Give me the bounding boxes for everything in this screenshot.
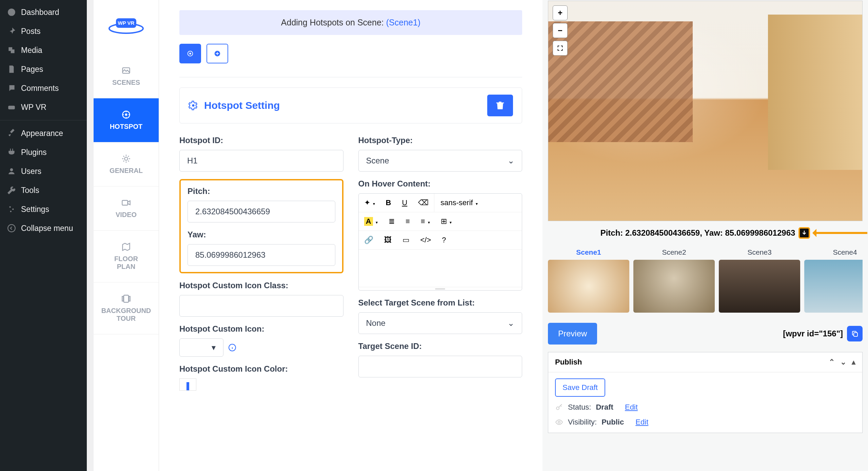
hotspot-id-input[interactable] bbox=[179, 150, 343, 172]
rte-highlight-button[interactable]: A bbox=[359, 212, 383, 231]
pitch-input[interactable] bbox=[188, 201, 335, 222]
thumb-image bbox=[804, 260, 863, 313]
preview-button[interactable]: Preview bbox=[548, 323, 597, 345]
scene-banner: Adding Hotspots on Scene: (Scene1) bbox=[179, 10, 522, 35]
menu-dashboard[interactable]: Dashboard bbox=[0, 3, 87, 22]
menu-comments[interactable]: Comments bbox=[0, 79, 87, 98]
menu-pages[interactable]: Pages bbox=[0, 60, 87, 79]
menu-label: Tools bbox=[21, 186, 39, 195]
menu-label: Plugins bbox=[21, 148, 46, 157]
thumb-image bbox=[719, 260, 800, 313]
tab-label: GENERAL bbox=[110, 167, 143, 175]
menu-collapse[interactable]: Collapse menu bbox=[0, 219, 87, 238]
menu-users[interactable]: Users bbox=[0, 162, 87, 181]
tab-general[interactable]: GENERAL bbox=[94, 142, 159, 187]
menu-wpvr[interactable]: WP VR bbox=[0, 98, 87, 117]
visibility-value: Public bbox=[601, 418, 624, 427]
rte-ol-button[interactable]: ≡ bbox=[400, 212, 415, 231]
hotspot-id-label: Hotspot ID: bbox=[179, 136, 343, 145]
icon-class-input[interactable] bbox=[179, 295, 343, 317]
copy-shortcode-button[interactable] bbox=[847, 326, 863, 341]
wpvr-logo: WP VR bbox=[94, 0, 159, 54]
rte-table-button[interactable]: ⊞ bbox=[435, 212, 457, 231]
panel-title: Hotspot Setting bbox=[204, 100, 280, 111]
chevron-down-icon: ⌄ bbox=[508, 156, 514, 165]
hover-content-label: On Hover Content: bbox=[358, 179, 522, 189]
tab-label: VIDEO bbox=[116, 211, 137, 219]
rte-code-button[interactable]: </> bbox=[415, 231, 437, 249]
svg-point-5 bbox=[10, 211, 12, 212]
svg-point-21 bbox=[192, 104, 195, 107]
scene-thumb-2[interactable]: Scene2 bbox=[633, 245, 715, 313]
tab-floorplan[interactable]: FLOORPLAN bbox=[94, 231, 159, 282]
menu-label: Dashboard bbox=[21, 8, 59, 17]
rte-underline-button[interactable]: U bbox=[396, 194, 413, 212]
rte-help-button[interactable]: ? bbox=[436, 231, 451, 249]
scene-thumb-1[interactable]: Scene1 bbox=[548, 245, 629, 313]
target-id-input[interactable] bbox=[358, 356, 522, 377]
rte-image-button[interactable]: 🖼 bbox=[379, 231, 397, 249]
zoom-out-button[interactable]: − bbox=[553, 23, 568, 38]
rte-font-select[interactable]: sans-serif bbox=[434, 194, 484, 212]
publish-up-button[interactable]: ⌃ bbox=[829, 358, 835, 366]
add-hotspot-chip[interactable] bbox=[206, 44, 228, 63]
menu-separator bbox=[0, 120, 87, 120]
fullscreen-button[interactable] bbox=[553, 41, 568, 56]
publish-toggle-button[interactable]: ▴ bbox=[852, 358, 855, 366]
media-icon bbox=[7, 45, 16, 55]
zoom-in-button[interactable]: + bbox=[553, 5, 568, 20]
rte-ul-button[interactable]: ≣ bbox=[383, 212, 400, 231]
yaw-input[interactable] bbox=[188, 244, 335, 266]
hotspot-type-select[interactable]: Scene⌄ bbox=[358, 150, 522, 172]
menu-label: Comments bbox=[21, 84, 59, 93]
vr-icon bbox=[7, 102, 16, 112]
rte-resize-handle[interactable] bbox=[359, 287, 522, 290]
svg-point-19 bbox=[189, 53, 191, 55]
tab-bgtour[interactable]: BACKGROUNDTOUR bbox=[94, 282, 159, 334]
edit-visibility-link[interactable]: Edit bbox=[635, 418, 648, 427]
tab-hotspot[interactable]: HOTSPOT bbox=[94, 98, 159, 142]
menu-media[interactable]: Media bbox=[0, 41, 87, 60]
comment-icon bbox=[7, 83, 16, 93]
info-icon[interactable] bbox=[228, 344, 236, 352]
pitch-yaw-readout: Pitch: 2.632084500436659, Yaw: 85.069998… bbox=[600, 228, 795, 238]
scene-thumb-3[interactable]: Scene3 bbox=[719, 245, 800, 313]
icon-dropdown[interactable]: ▾ bbox=[179, 338, 223, 357]
rte-erase-button[interactable]: ⌫ bbox=[413, 194, 434, 212]
rte-link-button[interactable]: 🔗 bbox=[359, 231, 379, 249]
save-draft-button[interactable]: Save Draft bbox=[555, 378, 605, 397]
rte-content[interactable] bbox=[359, 250, 522, 287]
menu-appearance[interactable]: Appearance bbox=[0, 124, 87, 143]
delete-hotspot-button[interactable] bbox=[487, 95, 513, 116]
rte-video-button[interactable]: ▭ bbox=[397, 231, 415, 249]
target-scene-select[interactable]: None⌄ bbox=[358, 312, 522, 334]
tab-scenes[interactable]: SCENES bbox=[94, 54, 159, 98]
current-hotspot-chip[interactable] bbox=[179, 44, 201, 63]
publish-box: Publish ⌃ ⌄ ▴ Save Draft Status: Draft E… bbox=[548, 352, 863, 433]
tab-label: BACKGROUNDTOUR bbox=[101, 307, 151, 322]
panorama-viewer[interactable] bbox=[548, 1, 863, 221]
banner-scene-link[interactable]: (Scene1) bbox=[386, 18, 420, 27]
menu-label: Media bbox=[21, 46, 42, 55]
edit-status-link[interactable]: Edit bbox=[625, 403, 638, 412]
svg-rect-14 bbox=[122, 200, 127, 205]
publish-down-button[interactable]: ⌄ bbox=[840, 358, 846, 366]
rte-bold-button[interactable]: B bbox=[380, 194, 397, 212]
chevron-down-icon: ⌄ bbox=[508, 318, 514, 328]
menu-plugins[interactable]: Plugins bbox=[0, 143, 87, 162]
menu-settings[interactable]: Settings bbox=[0, 200, 87, 219]
svg-point-26 bbox=[558, 421, 560, 423]
menu-label: WP VR bbox=[21, 103, 46, 112]
annotation-arrow bbox=[813, 232, 867, 234]
menu-tools[interactable]: Tools bbox=[0, 181, 87, 200]
tab-video[interactable]: VIDEO bbox=[94, 187, 159, 231]
svg-point-0 bbox=[8, 8, 15, 16]
menu-posts[interactable]: Posts bbox=[0, 22, 87, 41]
rte-align-button[interactable]: ≡ bbox=[415, 212, 435, 231]
sliders-icon bbox=[7, 204, 16, 214]
icon-color-swatch[interactable] bbox=[179, 378, 196, 391]
icon-color-label: Hotspot Custom Icon Color: bbox=[179, 364, 343, 374]
pitch-yaw-highlight: Pitch: Yaw: bbox=[179, 179, 343, 273]
rte-magic-button[interactable]: ✦ bbox=[359, 194, 380, 212]
scene-thumb-4[interactable]: Scene4 bbox=[804, 245, 863, 313]
